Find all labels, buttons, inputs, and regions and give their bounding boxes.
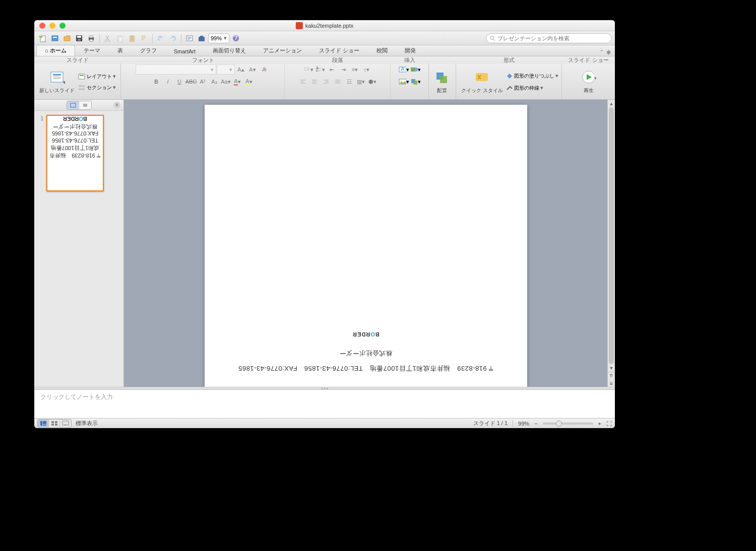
new-from-template-button[interactable] <box>49 33 60 44</box>
align-right-button[interactable] <box>321 77 332 87</box>
line-spacing-button[interactable]: ≡▾ <box>349 64 360 75</box>
group-label-font: フォント <box>121 56 285 63</box>
prev-slide-button[interactable]: ⇈ <box>608 372 615 379</box>
tab-theme[interactable]: テーマ <box>75 45 109 56</box>
layout-dropdown[interactable]: レイアウト▾ <box>78 72 116 82</box>
svg-rect-10 <box>90 39 93 41</box>
underline-button[interactable]: U <box>174 77 185 87</box>
help-button[interactable]: ? <box>230 33 241 44</box>
zoom-dropdown[interactable]: 99%▾ <box>208 33 229 43</box>
clear-format-button[interactable]: A <box>259 64 270 75</box>
bold-button[interactable]: B <box>151 77 162 87</box>
open-button[interactable] <box>61 33 73 44</box>
tab-table[interactable]: 表 <box>109 45 132 56</box>
slide-canvas[interactable]: 〒918-8239 福井市成和1丁目1007番地 TEL:0776-43-185… <box>124 100 607 387</box>
svg-text:▾: ▾ <box>63 79 65 85</box>
font-family-dropdown[interactable]: ▾ <box>136 64 216 75</box>
svg-rect-16 <box>131 35 134 37</box>
italic-button[interactable]: I <box>162 77 173 87</box>
format-painter-button[interactable] <box>139 33 150 44</box>
scroll-up-button[interactable]: ▲ <box>608 100 615 107</box>
indent-button[interactable]: ⇥ <box>338 64 349 75</box>
cut-button[interactable] <box>102 33 113 44</box>
arrange-button[interactable]: 配置 <box>432 69 452 95</box>
thumbnail-number: 1 <box>36 115 43 191</box>
shape-fill-dropdown[interactable]: 図形の塗りつぶし▾ <box>506 71 558 81</box>
strike-button[interactable]: ABC <box>185 77 197 87</box>
svg-rect-73 <box>40 421 42 426</box>
tab-smartart[interactable]: SmartArt <box>165 46 204 56</box>
shapes-button[interactable]: ▾ <box>410 64 421 75</box>
print-button[interactable] <box>86 33 97 44</box>
tab-animation[interactable]: アニメーション <box>255 45 310 56</box>
slide[interactable]: 〒918-8239 福井市成和1丁目1007番地 TEL:0776-43-185… <box>205 105 527 387</box>
font-size-dropdown[interactable]: ▾ <box>217 64 235 75</box>
show-formatting-button[interactable] <box>184 33 195 44</box>
next-slide-button[interactable]: ⇊ <box>608 379 615 387</box>
highlight-button[interactable]: A▾ <box>243 77 255 87</box>
save-button[interactable] <box>74 33 85 44</box>
justify-button[interactable] <box>332 77 343 87</box>
superscript-button[interactable]: A² <box>197 77 208 87</box>
slide-thumbnail[interactable]: 1 〒918-8239 福井市成和1丁目1007番地 TEL:0776-43-1… <box>36 115 121 191</box>
grow-font-button[interactable]: A▴ <box>235 64 246 75</box>
play-slideshow-button[interactable]: ▾ 再生 <box>579 69 599 95</box>
minimize-window-button[interactable] <box>49 23 55 29</box>
svg-rect-14 <box>118 37 122 42</box>
sorter-view-button[interactable] <box>49 420 60 427</box>
numbering-button[interactable]: 12▾ <box>314 64 326 75</box>
copy-button[interactable] <box>114 33 125 44</box>
new-slide-button[interactable]: ▾ 新しいスライド <box>37 69 77 95</box>
text-direction-button[interactable]: ↕▾ <box>361 64 372 75</box>
thumbnail-view-button[interactable] <box>67 101 79 109</box>
close-window-button[interactable] <box>39 23 45 29</box>
redo-button[interactable] <box>167 33 178 44</box>
pptx-file-icon <box>296 22 303 29</box>
outdent-button[interactable]: ⇤ <box>326 64 337 75</box>
columns-button[interactable]: ▥▾ <box>355 77 366 87</box>
zoom-in-button[interactable]: + <box>598 421 601 427</box>
scroll-thumb[interactable] <box>609 107 614 364</box>
shrink-font-button[interactable]: A▾ <box>247 64 258 75</box>
section-dropdown[interactable]: セクション▾ <box>78 83 116 93</box>
new-file-button[interactable]: + <box>37 33 48 44</box>
change-case-button[interactable]: Aa▾ <box>220 77 231 87</box>
align-left-button[interactable] <box>297 77 308 87</box>
shape-outline-dropdown[interactable]: 図形の枠線▾ <box>506 83 558 93</box>
tab-developer[interactable]: 開発 <box>396 45 424 56</box>
tab-home[interactable]: ⌂ホーム <box>36 45 75 56</box>
toolbox-button[interactable] <box>196 33 207 44</box>
picture-button[interactable]: ▾ <box>398 77 409 87</box>
undo-button[interactable] <box>155 33 166 44</box>
font-color-button[interactable]: A▾ <box>232 77 243 87</box>
subscript-button[interactable]: A₂ <box>209 77 220 87</box>
text-box-button[interactable]: A▾ <box>398 64 409 75</box>
zoom-slider[interactable] <box>543 423 593 425</box>
tab-review[interactable]: 校閲 <box>368 45 396 56</box>
distribute-button[interactable]: ☷ <box>344 77 355 87</box>
search-input[interactable] <box>497 35 608 41</box>
arrange-shapes-button[interactable]: ▾ <box>410 77 421 87</box>
notes-pane[interactable]: クリックしてノートを入力 <box>34 390 615 418</box>
outline-view-button[interactable] <box>79 101 91 109</box>
search-box[interactable] <box>486 33 612 43</box>
ribbon-settings-button[interactable]: ✻ <box>606 49 611 56</box>
quick-styles-button[interactable]: クイック スタイル <box>459 69 505 95</box>
fit-window-button[interactable]: ⛶ <box>606 421 612 427</box>
smartart-convert-button[interactable]: ⬢▾ <box>367 77 378 87</box>
svg-rect-6 <box>77 36 81 38</box>
slideshow-view-button[interactable] <box>60 420 71 427</box>
bullets-button[interactable]: ▾ <box>303 64 314 75</box>
scroll-down-button[interactable]: ▼ <box>608 364 615 372</box>
zoom-window-button[interactable] <box>59 23 66 29</box>
tab-slideshow[interactable]: スライド ショー <box>310 45 368 56</box>
normal-view-button[interactable] <box>38 420 49 427</box>
align-center-button[interactable] <box>309 77 320 87</box>
close-pane-button[interactable]: × <box>113 102 120 109</box>
collapse-ribbon-button[interactable]: ˄ <box>600 49 603 56</box>
zoom-out-button[interactable]: − <box>534 421 537 427</box>
vertical-scrollbar[interactable]: ▲ ▼ ⇈ ⇊ <box>607 100 615 387</box>
tab-transition[interactable]: 画面切り替え <box>204 45 255 56</box>
paste-button[interactable] <box>127 33 138 44</box>
tab-chart[interactable]: グラフ <box>132 45 165 56</box>
